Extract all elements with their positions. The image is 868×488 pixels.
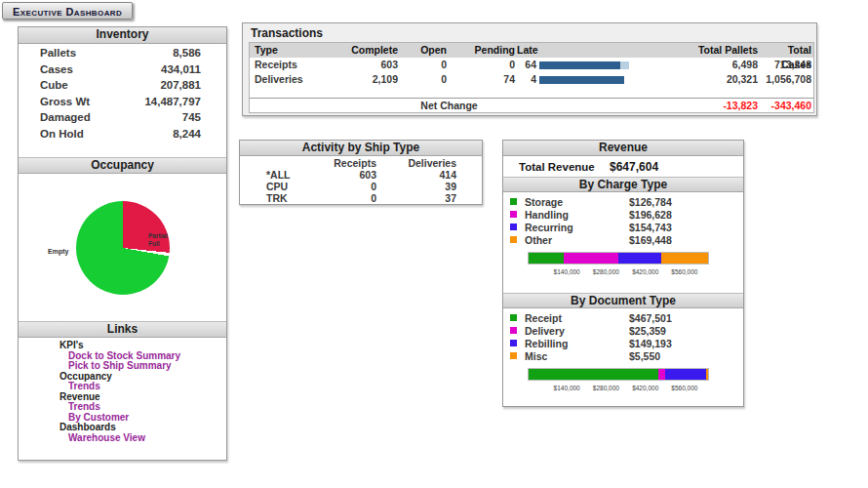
total-revenue-label: Total Revenue — [503, 161, 610, 173]
charge-type-axis: $140,000 $280,000 $420,000 $560,000 — [528, 268, 709, 276]
legend-label: Delivery — [517, 325, 629, 337]
links-header: Links — [19, 321, 226, 338]
inventory-list: Pallets 8,586 Cases 434,011 Cube 207,881… — [19, 47, 226, 143]
net-change-label: Net Change — [250, 99, 649, 113]
legend-swatch-handling — [510, 211, 517, 218]
inventory-value: 14,487,797 — [144, 96, 201, 112]
bar-segment-receipt — [529, 369, 658, 380]
bar-segment-other — [661, 253, 708, 264]
legend-item-delivery: Delivery $25,359 — [503, 324, 743, 337]
cell-open: 0 — [398, 58, 447, 72]
charge-type-stacked-bar — [528, 252, 709, 264]
left-panel: Inventory Pallets 8,586 Cases 434,011 Cu… — [18, 26, 227, 461]
inventory-row-damaged: Damaged 745 — [19, 111, 226, 128]
legend-value: $149,193 — [629, 338, 672, 349]
link-pick-to-ship-summary[interactable]: Pick to Ship Summary — [59, 361, 180, 372]
links-list: KPI's Dock to Stock Summary Pick to Ship… — [59, 341, 180, 443]
transactions-title: Transactions — [251, 26, 323, 40]
legend-value: $5,550 — [629, 350, 660, 362]
inventory-row-cube: Cube 207,881 — [19, 79, 226, 96]
late-bar-deliveries — [539, 76, 624, 84]
legend-item-handling: Handling $196,628 — [503, 208, 743, 221]
axis-tick: $560,000 — [671, 385, 697, 391]
axis-tick: $560,000 — [671, 268, 697, 275]
transactions-table: Type Complete Open Pending Late Total Pa… — [249, 42, 814, 113]
inventory-label: Damaged — [40, 111, 91, 128]
legend-item-other: Other $169,448 — [503, 233, 743, 246]
cell-pending: 0 — [447, 58, 515, 72]
legend-label: Handling — [517, 209, 629, 221]
cell-open: 0 — [398, 72, 447, 87]
link-warehouse-view[interactable]: Warehouse View — [59, 433, 180, 444]
bar-segment-storage — [529, 253, 564, 264]
document-type-stacked-bar — [528, 368, 709, 381]
bar-segment-misc — [706, 369, 708, 380]
deliveries-value: 414 — [376, 169, 456, 181]
legend-value: $126,784 — [629, 196, 672, 208]
deliveries-value: 37 — [376, 192, 456, 204]
bar-segment-rebilling — [665, 369, 706, 380]
inventory-label: Cases — [40, 63, 73, 80]
legend-swatch-recurring — [510, 224, 517, 230]
axis-tick: $140,000 — [554, 385, 580, 391]
link-occupancy-trends[interactable]: Trends — [59, 382, 180, 392]
occupancy-header: Occupancy — [19, 157, 226, 174]
legend-value: $25,359 — [629, 325, 666, 337]
pie-label-partial: Partial — [148, 232, 168, 240]
inventory-value: 207,881 — [160, 79, 201, 96]
activity-table: Receipts Deliveries *ALL 603 414 CPU 0 3… — [240, 156, 482, 204]
activity-panel: Activity by Ship Type Receipts Deliverie… — [239, 140, 483, 205]
deliveries-value: 39 — [376, 181, 456, 192]
inventory-row-pallets: Pallets 8,586 — [19, 47, 226, 63]
ship-type-label: CPU — [240, 181, 308, 192]
axis-tick: $420,000 — [632, 385, 658, 391]
late-bar-receipts — [539, 61, 629, 69]
pie-label-full: Full — [148, 240, 168, 248]
total-revenue-row: Total Revenue $647,604 — [503, 156, 743, 177]
table-row-deliveries: Deliveries 2,109 0 74 4 20,321 1,056,708 — [250, 72, 813, 87]
bar-segment-handling — [564, 253, 618, 264]
legend-label: Misc — [517, 350, 629, 362]
inventory-label: On Hold — [40, 128, 84, 144]
charge-type-legend: Storage $126,784 Handling $196,628 Recur… — [503, 195, 743, 246]
activity-column-header: Receipts Deliveries — [240, 157, 482, 169]
inventory-row-cases: Cases 434,011 — [19, 63, 226, 80]
ship-type-label: *ALL — [240, 169, 308, 181]
activity-row-trk: TRK 0 37 — [240, 192, 482, 204]
total-revenue-value: $647,604 — [610, 160, 658, 174]
legend-label: Recurring — [517, 222, 629, 233]
col-receipts: Receipts — [308, 157, 376, 169]
legend-label: Storage — [517, 196, 629, 208]
inventory-label: Gross Wt — [40, 96, 90, 112]
inventory-row-on-hold: On Hold 8,244 — [19, 128, 226, 144]
legend-item-recurring: Recurring $154,743 — [503, 221, 743, 233]
occupancy-pie — [76, 201, 170, 295]
activity-header: Activity by Ship Type — [240, 141, 482, 156]
cell-type: Receipts — [250, 58, 326, 72]
cell-pending: 74 — [447, 72, 515, 87]
transactions-panel: Transactions Type Complete Open Pending … — [242, 22, 817, 116]
receipts-value: 603 — [308, 169, 376, 181]
net-change-total-cases: -343,460 — [758, 99, 813, 113]
link-group-dashboards: Dashboards — [59, 423, 180, 433]
cell-total-cases: 713,248 — [758, 58, 813, 72]
inventory-header: Inventory — [19, 27, 226, 44]
legend-item-rebilling: Rebilling $149,193 — [503, 337, 743, 349]
inventory-label: Cube — [40, 79, 68, 96]
col-deliveries: Deliveries — [376, 157, 456, 169]
legend-value: $154,743 — [629, 222, 672, 233]
transactions-table-header: Type Complete Open Pending Late Total Pa… — [250, 43, 813, 58]
legend-item-receipt: Receipt $467,501 — [503, 311, 743, 324]
pie-label-partial-full: Partial Full — [148, 232, 168, 247]
document-type-legend: Receipt $467,501 Delivery $25,359 Rebill… — [503, 311, 743, 362]
legend-swatch-delivery — [510, 327, 517, 334]
legend-label: Receipt — [517, 312, 629, 324]
axis-tick: $280,000 — [593, 385, 619, 391]
cell-type: Deliveries — [250, 72, 326, 87]
link-revenue-trends[interactable]: Trends — [59, 402, 180, 413]
inventory-label: Pallets — [40, 47, 76, 63]
cell-total-pallets: 6,498 — [649, 58, 758, 72]
executive-dashboard-button[interactable]: Executive Dashboard — [2, 2, 133, 20]
legend-swatch-other — [510, 236, 517, 243]
legend-swatch-misc — [510, 352, 517, 359]
